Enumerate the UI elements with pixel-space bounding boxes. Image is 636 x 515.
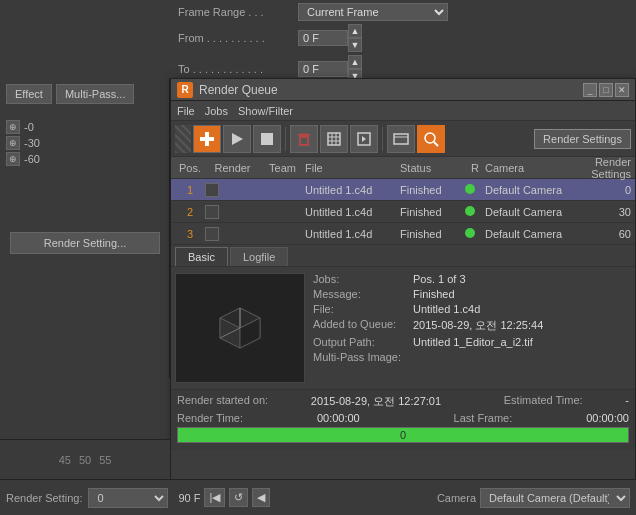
toolbar-magnify-button[interactable] — [417, 125, 445, 153]
col-header-status: Status — [400, 162, 465, 174]
row-r-2 — [465, 206, 485, 218]
bottom-bar: Render Setting: 0 90 F |◀ ↺ ◀ Camera Def… — [0, 479, 636, 515]
scale-item-0: ⊕ -0 — [6, 120, 34, 134]
multipass-button[interactable]: Multi-Pass... — [56, 84, 135, 104]
render-setting-select[interactable]: 0 — [88, 488, 168, 508]
from-up-btn[interactable]: ▲ — [348, 24, 362, 38]
render-queue-window: R Render Queue _ □ ✕ File Jobs Show/Filt… — [170, 78, 636, 515]
toolbar-add-button[interactable] — [193, 125, 221, 153]
last-frame-value: 00:00:00 — [586, 412, 629, 424]
toolbar-separator-1 — [285, 127, 286, 151]
left-sidebar: Effect Multi-Pass... ⊕ -0 ⊕ -30 ⊕ -60 Re… — [0, 78, 170, 378]
render-status: Render started on: 2015-08-29, 오전 12:27:… — [171, 389, 635, 450]
svg-marker-14 — [362, 136, 366, 142]
effect-button[interactable]: Effect — [6, 84, 52, 104]
file-label: File: — [313, 303, 413, 315]
scale-item-30: ⊕ -30 — [6, 136, 40, 150]
row-pos-3: 3 — [175, 228, 205, 240]
render-queue-info: Jobs: Pos. 1 of 3 Message: Finished File… — [171, 267, 635, 389]
output-value: Untitled 1_Editor_a_i2.tif — [413, 336, 533, 348]
timeline-55: 55 — [99, 454, 111, 466]
toolbar-delete-button[interactable] — [290, 125, 318, 153]
render-time-value: 00:00:00 — [317, 412, 360, 424]
table-row[interactable]: 3 Untitled 1.c4d Finished Default Camera… — [171, 223, 635, 245]
close-button[interactable]: ✕ — [615, 83, 629, 97]
row-settings-3: 60 — [575, 228, 631, 240]
output-label: Output Path: — [313, 336, 413, 348]
col-header-file: File — [305, 162, 400, 174]
render-queue-titlebar: R Render Queue _ □ ✕ — [171, 79, 635, 101]
toolbar-render-button[interactable] — [223, 125, 251, 153]
svg-marker-2 — [232, 133, 243, 145]
frame-input-value: 90 F — [178, 492, 200, 504]
col-header-team: Team — [260, 162, 305, 174]
render-preview — [175, 273, 305, 383]
row-camera-2: Default Camera — [485, 206, 575, 218]
row-file-3: Untitled 1.c4d — [305, 228, 400, 240]
toolbar-edit-button[interactable] — [320, 125, 348, 153]
tab-basic[interactable]: Basic — [175, 247, 228, 266]
svg-rect-1 — [205, 132, 209, 146]
minimize-button[interactable]: _ — [583, 83, 597, 97]
render-queue-title: Render Queue — [199, 83, 278, 97]
frame-range-label: Frame Range . . . — [178, 6, 298, 18]
maximize-button[interactable]: □ — [599, 83, 613, 97]
row-camera-3: Default Camera — [485, 228, 575, 240]
multipass-label: Multi-Pass Image: — [313, 351, 413, 363]
row-settings-2: 30 — [575, 206, 631, 218]
from-input[interactable] — [298, 30, 348, 46]
svg-line-18 — [434, 142, 438, 146]
message-label: Message: — [313, 288, 413, 300]
progress-bar-container: 0 — [177, 427, 629, 443]
added-value: 2015-08-29, 오전 12:25:44 — [413, 318, 543, 333]
toolbar-render-settings-button[interactable]: Render Settings — [534, 129, 631, 149]
table-header: Pos. Render Team File Status R Camera Re… — [171, 157, 635, 179]
menu-show-filter[interactable]: Show/Filter — [238, 105, 293, 117]
estimated-label: Estimated Time: — [504, 394, 583, 409]
scale-icon-0: ⊕ — [6, 120, 20, 134]
to-up-btn[interactable]: ▲ — [348, 55, 362, 69]
timeline-45: 45 — [59, 454, 71, 466]
frame-range-select[interactable]: Current Frame — [298, 3, 448, 21]
prev-frame-button[interactable]: ↺ — [229, 488, 248, 507]
bottom-camera-section: Camera Default Camera (Default) — [437, 488, 630, 508]
render-queue-toolbar: Render Settings — [171, 121, 635, 157]
camera-select[interactable]: Default Camera (Default) — [480, 488, 630, 508]
render-queue-menubar: File Jobs Show/Filter — [171, 101, 635, 121]
message-value: Finished — [413, 288, 455, 300]
menu-file[interactable]: File — [177, 105, 195, 117]
jobs-label: Jobs: — [313, 273, 413, 285]
last-frame-label: Last Frame: — [454, 412, 513, 424]
scale-value-60: -60 — [24, 153, 40, 165]
from-down-btn[interactable]: ▼ — [348, 38, 362, 52]
row-status-3: Finished — [400, 228, 465, 240]
table-row[interactable]: 2 Untitled 1.c4d Finished Default Camera… — [171, 201, 635, 223]
next-frame-button[interactable]: ◀ — [252, 488, 270, 507]
row-render-3[interactable] — [205, 227, 260, 241]
render-queue-tabs: Basic Logfile — [171, 247, 635, 267]
render-queue-table: 1 Untitled 1.c4d Finished Default Camera… — [171, 179, 635, 245]
scale-item-60: ⊕ -60 — [6, 152, 40, 166]
table-row[interactable]: 1 Untitled 1.c4d Finished Default Camera… — [171, 179, 635, 201]
row-r-1 — [465, 184, 485, 196]
render-queue-icon: R — [177, 82, 193, 98]
added-label: Added to Queue: — [313, 318, 413, 333]
scale-value-0: -0 — [24, 121, 34, 133]
scale-icon-30: ⊕ — [6, 136, 20, 150]
to-input[interactable] — [298, 61, 348, 77]
row-render-1[interactable] — [205, 183, 260, 197]
tab-logfile[interactable]: Logfile — [230, 247, 288, 266]
go-start-button[interactable]: |◀ — [204, 488, 225, 507]
toolbar-export-button[interactable] — [350, 125, 378, 153]
row-r-3 — [465, 228, 485, 240]
row-render-2[interactable] — [205, 205, 260, 219]
svg-rect-4 — [300, 137, 308, 145]
svg-point-17 — [425, 133, 435, 143]
toolbar-output-button[interactable] — [387, 125, 415, 153]
toolbar-stop-button[interactable] — [253, 125, 281, 153]
render-time-label: Render Time: — [177, 412, 243, 424]
render-setting-button[interactable]: Render Setting... — [10, 232, 160, 254]
row-status-2: Finished — [400, 206, 465, 218]
menu-jobs[interactable]: Jobs — [205, 105, 228, 117]
col-header-camera: Camera — [485, 162, 575, 174]
